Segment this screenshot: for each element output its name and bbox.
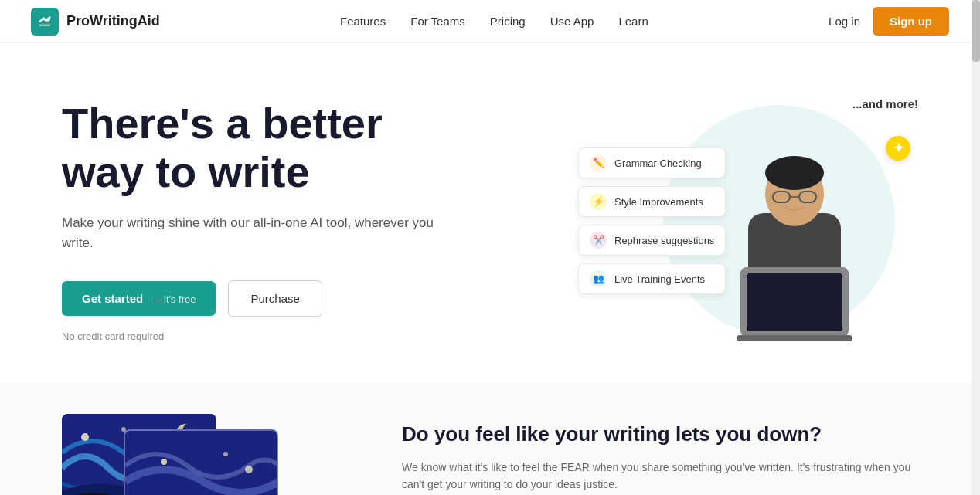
pill-style: ⚡ Style Improvements	[578, 186, 726, 217]
nav-auth: Log in Sign up	[829, 7, 949, 36]
rephrase-icon: ✂️	[590, 232, 607, 249]
hero-subtitle: Make your writing shine with our all-in-…	[62, 213, 464, 253]
grammar-label: Grammar Checking	[614, 158, 702, 169]
training-icon: 👥	[590, 270, 607, 287]
grammar-icon: ✏️	[590, 154, 607, 171]
svg-point-21	[245, 466, 253, 473]
navbar: ProWritingAid Features For Teams Pricing…	[0, 0, 980, 43]
scrollbar-thumb[interactable]	[972, 0, 980, 62]
page-scrollbar[interactable]	[972, 0, 980, 495]
pill-rephrase: ✂️ Rephrase suggestions	[578, 225, 726, 256]
section2-text: We know what it's like to feel the FEAR …	[402, 459, 918, 493]
hero-title-line2: way to write	[62, 147, 310, 196]
svg-rect-9	[747, 273, 842, 331]
hero-illustration: ...and more! ✦	[578, 90, 918, 352]
purchase-button[interactable]: Purchase	[228, 280, 322, 317]
no-credit-text: No credit card required	[62, 331, 464, 342]
plus-badge: ✦	[886, 136, 910, 161]
svg-point-20	[223, 452, 228, 456]
plus-symbol: ✦	[893, 140, 904, 157]
training-label: Live Training Events	[614, 273, 705, 285]
hero-buttons: Get started — it's free Purchase	[62, 280, 464, 317]
nav-use-app[interactable]: Use App	[550, 15, 594, 28]
nav-for-teams[interactable]: For Teams	[410, 15, 465, 28]
free-label: — it's free	[151, 293, 196, 305]
get-started-button[interactable]: Get started — it's free	[62, 281, 216, 316]
section2-illustration: My idea in my head	[62, 414, 340, 495]
signup-button[interactable]: Sign up	[873, 7, 949, 36]
style-label: Style Improvements	[614, 196, 703, 208]
hero-title: There's a better way to write	[62, 100, 464, 196]
nav-features[interactable]: Features	[340, 15, 386, 28]
nav-learn[interactable]: Learn	[618, 15, 648, 28]
rephrase-label: Rephrase suggestions	[614, 235, 714, 246]
logo-text: ProWritingAid	[66, 13, 160, 29]
style-icon: ⚡	[590, 193, 607, 210]
login-button[interactable]: Log in	[829, 15, 860, 28]
logo-area: ProWritingAid	[31, 8, 160, 36]
hero-content: There's a better way to write Make your …	[62, 100, 464, 342]
svg-point-4	[765, 156, 824, 190]
svg-point-1	[46, 17, 50, 21]
feature-pills: ✏️ Grammar Checking ⚡ Style Improvements…	[578, 147, 726, 294]
hero-person	[717, 128, 872, 352]
svg-rect-0	[36, 13, 53, 30]
pill-grammar: ✏️ Grammar Checking	[578, 147, 726, 178]
logo-icon	[31, 8, 59, 36]
hero-title-line1: There's a better	[62, 99, 383, 147]
pill-training: 👥 Live Training Events	[578, 263, 726, 294]
painting-card-2	[124, 429, 278, 495]
svg-point-19	[161, 459, 167, 465]
section2-content: Do you feel like your writing lets you d…	[402, 414, 918, 493]
nav-pricing[interactable]: Pricing	[490, 15, 526, 28]
and-more-label: ...and more!	[852, 97, 918, 110]
section2: My idea in my head Do you feel like your…	[0, 383, 980, 495]
get-started-label: Get started	[82, 292, 143, 305]
nav-links: Features For Teams Pricing Use App Learn	[340, 15, 648, 28]
svg-rect-10	[737, 335, 852, 341]
hero-section: There's a better way to write Make your …	[0, 43, 980, 383]
section2-title: Do you feel like your writing lets you d…	[402, 422, 918, 448]
svg-point-12	[81, 433, 89, 441]
